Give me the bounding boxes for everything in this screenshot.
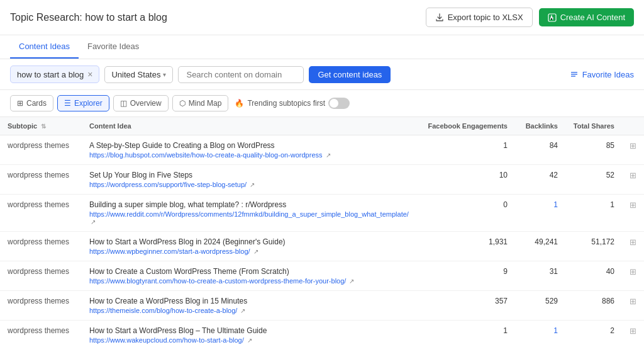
idea-title: How to Create a Custom WordPress Theme (… bbox=[89, 267, 413, 276]
favorite-ideas-button[interactable]: Favorite Ideas bbox=[570, 70, 634, 79]
cell-subtopic: wordpress themes bbox=[0, 291, 82, 321]
view-mindmap-button[interactable]: ⬡ Mind Map bbox=[172, 95, 229, 111]
cell-content-idea: How to Create a Custom WordPress Theme (… bbox=[82, 261, 420, 291]
cell-ts: 40 bbox=[565, 261, 622, 291]
external-link-icon: ↗ bbox=[247, 337, 252, 344]
cell-fb: 0 bbox=[420, 195, 515, 232]
cell-fb: 1 bbox=[420, 321, 515, 348]
cell-fb: 1 bbox=[420, 135, 515, 165]
search-input[interactable] bbox=[178, 66, 304, 83]
cell-bl: 42 bbox=[515, 165, 565, 195]
cell-bl: 1 bbox=[515, 195, 565, 232]
cell-ts: 85 bbox=[565, 135, 622, 165]
idea-url: https://wordpress.com/support/five-step-… bbox=[89, 181, 413, 188]
title-topic: how to start a blog bbox=[85, 12, 167, 23]
export-button[interactable]: Export topic to XLSX bbox=[426, 8, 533, 27]
table-row: wordpress themes Building a super simple… bbox=[0, 195, 644, 232]
cell-ts: 52 bbox=[565, 165, 622, 195]
idea-link[interactable]: https://www.wpbeginner.com/start-a-wordp… bbox=[89, 247, 250, 255]
idea-title: Set Up Your Blog in Five Steps bbox=[89, 171, 413, 179]
topic-tag[interactable]: how to start a blog × bbox=[10, 65, 99, 83]
cell-ts: 51,172 bbox=[565, 232, 622, 261]
row-action-icon[interactable]: ⊞ bbox=[630, 267, 636, 276]
explorer-icon: ☰ bbox=[64, 99, 71, 108]
trending-toggle[interactable] bbox=[328, 98, 350, 109]
trending-toggle-label: 🔥 Trending subtopics first bbox=[235, 98, 350, 109]
cell-fb: 10 bbox=[420, 165, 515, 195]
cell-content-idea: Set Up Your Blog in Five Steps https://w… bbox=[82, 165, 420, 195]
cell-bl: 84 bbox=[515, 135, 565, 165]
row-action-icon[interactable]: ⊞ bbox=[630, 237, 636, 247]
cell-ts: 1 bbox=[565, 195, 622, 232]
overview-icon: ◫ bbox=[120, 99, 127, 108]
search-toolbar: how to start a blog × United States ▾ Ge… bbox=[0, 59, 644, 90]
cell-content-idea: A Step-by-Step Guide to Creating a Blog … bbox=[82, 135, 420, 165]
chevron-down-icon: ▾ bbox=[163, 71, 166, 78]
topic-tag-close[interactable]: × bbox=[87, 69, 92, 79]
cell-bl: 1 bbox=[515, 321, 565, 348]
header-actions: Export topic to XLSX Create AI Content bbox=[426, 8, 634, 27]
content-table: Subtopic ⇅ Content Idea Facebook Engagem… bbox=[0, 117, 644, 347]
tab-favorite-ideas[interactable]: Favorite Ideas bbox=[79, 35, 148, 59]
idea-url: https://www.wpbeginner.com/start-a-wordp… bbox=[89, 247, 413, 255]
idea-title: A Step-by-Step Guide to Creating a Blog … bbox=[89, 141, 413, 150]
export-icon bbox=[435, 13, 444, 22]
idea-url: https://themeisle.com/blog/how-to-create… bbox=[89, 307, 413, 314]
cell-fb: 1,931 bbox=[420, 232, 515, 261]
create-ai-button[interactable]: Create AI Content bbox=[539, 8, 634, 26]
table-row: wordpress themes Set Up Your Blog in Fiv… bbox=[0, 165, 644, 195]
row-action-icon[interactable]: ⊞ bbox=[630, 200, 636, 210]
row-action-icon[interactable]: ⊞ bbox=[630, 171, 636, 180]
cell-subtopic: wordpress themes bbox=[0, 261, 82, 291]
idea-url: https://blog.hubspot.com/website/how-to-… bbox=[89, 151, 413, 159]
cell-action: ⊞ bbox=[622, 165, 644, 195]
external-link-icon: ↗ bbox=[240, 307, 245, 314]
row-action-icon[interactable]: ⊞ bbox=[630, 297, 636, 306]
cell-content-idea: How to Start a WordPress Blog in 2024 (B… bbox=[82, 232, 420, 261]
get-content-ideas-button[interactable]: Get content ideas bbox=[309, 66, 391, 83]
col-ts: Total Shares bbox=[565, 117, 622, 135]
sort-icon: ⇅ bbox=[41, 123, 46, 130]
list-icon bbox=[570, 70, 579, 79]
ai-icon bbox=[548, 13, 557, 22]
external-link-icon: ↗ bbox=[349, 278, 354, 285]
idea-link[interactable]: https://themeisle.com/blog/how-to-create… bbox=[89, 307, 237, 314]
idea-title: How to Start a WordPress Blog – The Ulti… bbox=[89, 326, 413, 335]
col-actions bbox=[622, 117, 644, 135]
view-overview-button[interactable]: ◫ Overview bbox=[113, 95, 169, 111]
view-explorer-button[interactable]: ☰ Explorer bbox=[57, 95, 109, 111]
external-link-icon: ↗ bbox=[253, 248, 258, 255]
cell-fb: 357 bbox=[420, 291, 515, 321]
cell-ts: 2 bbox=[565, 321, 622, 348]
cell-subtopic: wordpress themes bbox=[0, 321, 82, 348]
col-bl: Backlinks bbox=[515, 117, 565, 135]
view-cards-button[interactable]: ⊞ Cards bbox=[10, 95, 53, 111]
external-link-icon: ↗ bbox=[250, 181, 255, 188]
cell-action: ⊞ bbox=[622, 135, 644, 165]
country-select[interactable]: United States ▾ bbox=[104, 66, 173, 83]
table-header-row: Subtopic ⇅ Content Idea Facebook Engagem… bbox=[0, 117, 644, 135]
cell-action: ⊞ bbox=[622, 195, 644, 232]
cards-icon: ⊞ bbox=[17, 99, 23, 108]
cell-ts: 886 bbox=[565, 291, 622, 321]
table-row: wordpress themes How to Start a WordPres… bbox=[0, 321, 644, 348]
page-title: Topic Research: how to start a blog bbox=[10, 12, 167, 23]
idea-link[interactable]: https://wordpress.com/support/five-step-… bbox=[89, 181, 247, 188]
row-action-icon[interactable]: ⊞ bbox=[630, 326, 636, 336]
idea-url: https://www.blogtyrant.com/how-to-create… bbox=[89, 277, 413, 285]
cell-fb: 9 bbox=[420, 261, 515, 291]
cell-action: ⊞ bbox=[622, 291, 644, 321]
flame-icon: 🔥 bbox=[235, 99, 244, 108]
external-link-icon: ↗ bbox=[326, 152, 331, 159]
row-action-icon[interactable]: ⊞ bbox=[630, 141, 636, 151]
cell-bl: 31 bbox=[515, 261, 565, 291]
cell-subtopic: wordpress themes bbox=[0, 232, 82, 261]
idea-link[interactable]: https://www.wakeupcloud.com/how-to-start… bbox=[89, 336, 244, 344]
title-prefix: Topic Research: bbox=[10, 12, 82, 23]
idea-link[interactable]: https://www.blogtyrant.com/how-to-create… bbox=[89, 277, 346, 285]
tab-content-ideas[interactable]: Content Ideas bbox=[10, 35, 79, 59]
idea-link[interactable]: https://www.reddit.com/r/Wordpress/comme… bbox=[89, 210, 409, 218]
idea-title: How to Create a WordPress Blog in 15 Min… bbox=[89, 297, 413, 305]
idea-link[interactable]: https://blog.hubspot.com/website/how-to-… bbox=[89, 151, 323, 159]
tab-bar: Content Ideas Favorite Ideas bbox=[0, 35, 644, 59]
